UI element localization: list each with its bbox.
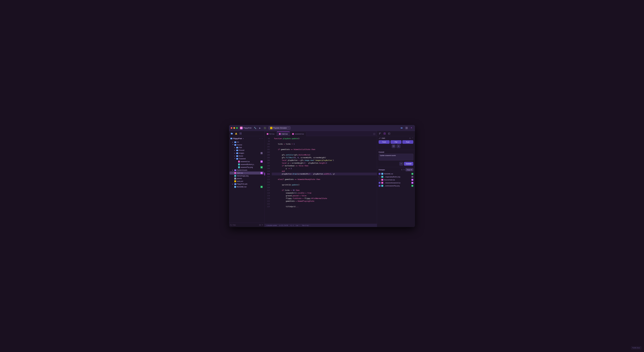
- status-indent-text: Tabs (4 sp): [302, 225, 308, 226]
- sort-icon[interactable]: [262, 224, 263, 226]
- filter-input[interactable]: [232, 224, 258, 226]
- sidebar-item-readme[interactable]: ▶ README.md A: [230, 185, 264, 188]
- sidebar-item-pdxinfo[interactable]: ▶ pdxinfo: [230, 177, 264, 180]
- sidebar-item-seaweed-lua[interactable]: ▶ seaweed.lua M: [230, 160, 264, 163]
- flippyfish-pdx-label: FlippyFish.pdx: [237, 183, 248, 185]
- commit-options-button[interactable]: [399, 162, 403, 166]
- seaweed-lua-checkbox[interactable]: [378, 182, 380, 184]
- svg-point-30: [401, 164, 401, 164]
- ln-116: 116: [265, 186, 272, 189]
- file-readme-icon: [234, 186, 236, 188]
- sidebar-item-score[interactable]: ▶ Score: [230, 155, 264, 157]
- stage-all-button[interactable]: Stage All: [406, 168, 413, 171]
- commit-message-input[interactable]: Update seaweed assets: [378, 154, 413, 160]
- svg-point-19: [379, 134, 380, 134]
- sidebar-item-ground[interactable]: ▶ Ground: [230, 149, 264, 152]
- fetch-button[interactable]: Fetch: [378, 140, 390, 144]
- code-line-104: gfx.setColor(gfx.kColorWhite): [272, 154, 377, 156]
- run-tool-button[interactable]: ▶: [258, 126, 262, 130]
- playbutton-checkbox[interactable]: [378, 176, 380, 178]
- title-bar: FlippyFish 🔧 ▶ ⬛ ▶ Playdate Simulator ⌃ …: [229, 125, 415, 131]
- close-button[interactable]: [231, 127, 232, 129]
- project-name[interactable]: FlippyFish ∨: [230, 137, 244, 140]
- source-main-checkbox[interactable]: [378, 179, 380, 181]
- sidebar-item-seaweed-top[interactable]: ▶ seaweedTop.png A: [230, 166, 264, 169]
- sidebar-item-source[interactable]: ▶ Source: [230, 143, 264, 146]
- status-language[interactable]: Lua ⌃: [296, 225, 300, 226]
- chevron-right-icon: ▶: [234, 150, 236, 151]
- sidebar-item-fish[interactable]: ▶ Fish: [230, 146, 264, 149]
- sidebar-item-flippyfish-pdx[interactable]: ▶ FlippyFish.pdx: [230, 183, 264, 185]
- branch-icon-small: ⎇: [378, 137, 380, 139]
- sidebar-item-art[interactable]: ▶ Art: [230, 141, 264, 143]
- sidebar-item-images[interactable]: ▶ images ?: [230, 152, 264, 155]
- nav-back-button[interactable]: ‹: [259, 137, 261, 140]
- eye-icon[interactable]: [400, 126, 404, 130]
- tab-seaweed-lua[interactable]: seaweed.lua: [290, 131, 306, 136]
- ln-105: 105: [265, 156, 272, 159]
- changes-label: Changes: [378, 169, 401, 171]
- change-item-playbutton[interactable]: ...mages/playButton.png ?: [378, 175, 413, 178]
- add-icon[interactable]: +: [410, 126, 413, 130]
- bookmark-icon[interactable]: [383, 132, 386, 135]
- sidebar-item-build-yml[interactable]: ▶ build.yml: [230, 180, 264, 183]
- ln-103: 103: [265, 151, 272, 154]
- grid-icon[interactable]: [239, 132, 242, 135]
- commit-button[interactable]: Commit: [404, 162, 413, 166]
- main-content: ⚠️ FlippyFish ∨ ‹ › ▶: [229, 131, 415, 227]
- folder-system-icon: [234, 169, 236, 171]
- ln-104: 104: [265, 154, 272, 156]
- status-indent[interactable]: Tabs (4 sp) ⌃: [302, 225, 310, 226]
- status-diff: +1, -1: [290, 225, 294, 226]
- clock-icon[interactable]: [259, 224, 261, 226]
- cherry-pick-button[interactable]: [396, 144, 400, 148]
- menu-image-label: menuImage.png: [237, 175, 248, 177]
- sidebar-item-menu-image[interactable]: ▶ menuImage.png: [230, 175, 264, 177]
- svg-rect-4: [407, 128, 408, 129]
- code-line-106: local playButton = gfx.image.new('images…: [272, 159, 377, 162]
- sidebar-item-seaweed-folder[interactable]: ▶ Seaweed: [230, 157, 264, 160]
- svg-point-20: [380, 133, 381, 133]
- maximize-button[interactable]: [236, 127, 238, 129]
- status-language-text: Lua: [296, 225, 298, 226]
- ln-115: 115: [265, 183, 272, 186]
- layout-icon[interactable]: [404, 126, 408, 130]
- tab-main-lua-icon: [279, 133, 281, 135]
- tab-seaweed-lua-label: seaweed.lua: [295, 133, 304, 135]
- pull-button[interactable]: Pull: [390, 140, 402, 144]
- add-tab-button[interactable]: [373, 132, 376, 136]
- nav-forward-button[interactable]: ›: [261, 137, 263, 140]
- folder-icon[interactable]: [230, 132, 234, 135]
- branch-expand-icon[interactable]: ⌃: [412, 137, 413, 139]
- code-content[interactable]: function playdate.update() ticks = ticks…: [272, 136, 377, 224]
- svg-rect-5: [240, 133, 240, 133]
- seaweed-top-checkbox[interactable]: [378, 185, 380, 187]
- change-item-seaweed-top[interactable]: ...eed/seaweedTop.png A: [378, 184, 413, 187]
- sidebar-item-system-assets[interactable]: ▶ SystemAssets: [230, 169, 264, 172]
- sidebar-item-seaweed-bottom[interactable]: ▶ seaweedBottom.p...: [230, 163, 264, 166]
- refresh-button[interactable]: ↻: [403, 168, 406, 171]
- warning-icon[interactable]: ⚠️: [234, 132, 238, 135]
- source-main-file-icon: [381, 179, 383, 181]
- code-line-117: if ticks > 30 then: [272, 189, 377, 192]
- sidebar-toggle-icon[interactable]: [387, 132, 391, 135]
- push-button[interactable]: Push: [402, 140, 413, 144]
- stash-button[interactable]: [392, 144, 396, 148]
- minimize-button[interactable]: [234, 127, 235, 129]
- build-tool-button[interactable]: 🔧: [253, 126, 257, 130]
- readme-checkbox[interactable]: [378, 173, 380, 175]
- change-item-source-main[interactable]: Source/main.lua M: [378, 178, 413, 181]
- code-editor[interactable]: 98 99 100 101 102 103 104 105 106 107 10…: [264, 136, 377, 224]
- readme-label: README.md: [237, 186, 246, 188]
- change-item-seaweed-lua[interactable]: ...Seaweed/seaweed.lua M: [378, 181, 413, 184]
- svg-rect-24: [393, 145, 394, 147]
- sidebar-toolbar: ⚠️: [229, 131, 264, 136]
- stop-tool-button[interactable]: ⬛: [263, 126, 267, 130]
- change-item-readme[interactable]: README.md A: [378, 172, 413, 175]
- playdate-simulator-selector[interactable]: ▶ Playdate Simulator ⌃: [268, 126, 290, 130]
- tab-fish-lua[interactable]: fish.lua: [264, 131, 277, 136]
- ln-113: 113: [265, 178, 272, 181]
- tab-main-lua[interactable]: main.lua: [277, 131, 290, 136]
- sidebar-item-main-lua[interactable]: ▶ main.lua M: [230, 172, 264, 175]
- main-lua-badge: M: [260, 172, 263, 174]
